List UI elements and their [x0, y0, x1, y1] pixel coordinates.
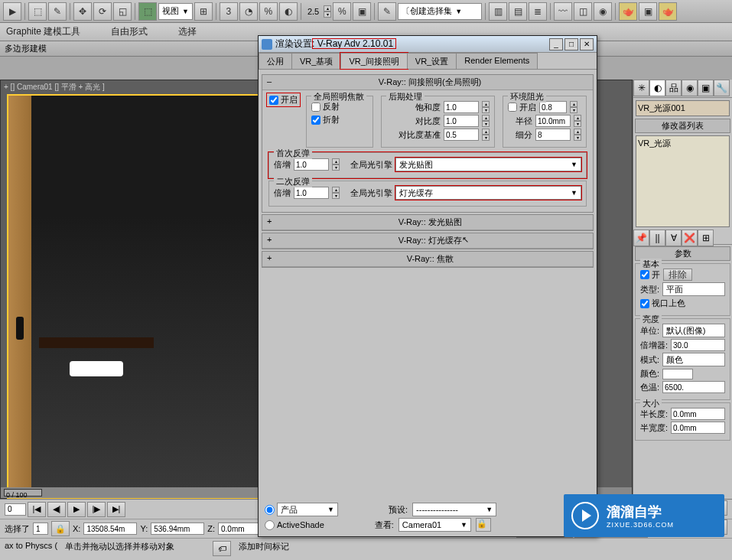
tab-common[interactable]: 公用 [259, 53, 292, 69]
secondary-mult-input[interactable] [294, 187, 329, 199]
caustics-rollout[interactable]: +V-Ray:: 焦散 [262, 251, 594, 268]
ribbon-selection[interactable]: 选择 [178, 25, 197, 38]
pin-icon[interactable]: 📌 [633, 230, 649, 246]
util-tab-icon[interactable]: 🔧 [714, 80, 730, 96]
rotate-icon[interactable]: ⟳ [93, 2, 112, 21]
secondary-engine-dropdown[interactable]: 灯光缓存▼ [395, 186, 581, 200]
angle-snap-icon[interactable]: ◔ [239, 2, 258, 21]
modifier-list-label[interactable]: 修改器列表 [635, 119, 730, 133]
unique-icon[interactable]: ∀ [665, 230, 682, 246]
tab-settings[interactable]: VR_设置 [407, 53, 457, 69]
play-icon[interactable]: ▶ [67, 502, 86, 517]
ao-on-checkbox[interactable]: 开启 [508, 102, 536, 113]
namedset-icon[interactable]: ✎ [378, 2, 396, 21]
contrast-input[interactable] [444, 115, 479, 127]
y-input[interactable] [151, 523, 204, 535]
poly-modeling-label[interactable]: 多边形建模 [5, 43, 47, 54]
irradiance-rollout[interactable]: +V-Ray:: 发光贴图 [262, 214, 594, 231]
maximize-button[interactable]: □ [564, 38, 578, 50]
reflect-checkbox[interactable]: 反射 [311, 101, 340, 112]
create-set-combo[interactable]: 〔创建选择集▼ [398, 3, 482, 20]
frame-input[interactable] [5, 503, 26, 516]
mirror-icon[interactable]: ▣ [353, 2, 371, 21]
show-end-icon[interactable]: || [649, 230, 665, 246]
schematic-icon[interactable]: ◫ [574, 2, 592, 21]
half-width-input[interactable] [671, 422, 725, 434]
timetag-icon[interactable]: 🏷 [213, 541, 231, 556]
timeline-thumb[interactable]: 0 / 100 [4, 489, 42, 497]
ribbon-modeling[interactable]: Graphite 建模工具 [6, 25, 80, 38]
primary-mult-input[interactable] [294, 158, 329, 171]
motion-tab-icon[interactable]: ◉ [682, 80, 698, 96]
close-button[interactable]: ✕ [580, 38, 594, 50]
prev-frame-icon[interactable]: ◀| [47, 502, 66, 517]
modifier-stack[interactable]: VR_光源 [636, 135, 730, 227]
curve-ed-icon[interactable]: 〰 [554, 2, 572, 21]
create-tab-icon[interactable]: ✳ [633, 80, 649, 96]
saturation-input[interactable] [444, 101, 479, 113]
x-input[interactable] [83, 523, 137, 535]
view-combo[interactable]: 视图▼ [158, 3, 193, 20]
primary-engine-dropdown[interactable]: 发光贴图▼ [395, 158, 581, 171]
next-frame-icon[interactable]: |▶ [87, 502, 106, 517]
goto-end-icon[interactable]: ▶| [107, 502, 125, 517]
ao-radius-input[interactable] [535, 115, 571, 127]
render-icon[interactable]: 🫖 [659, 2, 677, 21]
render-setup-icon[interactable]: 🫖 [619, 2, 637, 21]
ref-icon[interactable]: ⬚ [138, 2, 157, 21]
product-radio[interactable]: 产品▼ [265, 503, 338, 516]
multiplier-input[interactable] [671, 339, 725, 351]
preset-dropdown[interactable]: ---------------▼ [412, 503, 496, 516]
rendered-frame-icon[interactable]: ▣ [639, 2, 657, 21]
snap3-icon[interactable]: 3 [220, 2, 238, 21]
gi-rollout-header[interactable]: –V-Ray:: 间接照明(全局照明) [262, 75, 593, 90]
ao-subdivs-input[interactable] [535, 129, 571, 141]
layer-icon[interactable]: ≣ [529, 2, 547, 21]
align-icon[interactable]: ▤ [509, 2, 527, 21]
color-swatch[interactable] [662, 369, 693, 379]
object-name-field[interactable]: VR_光源001 [636, 100, 730, 116]
spinner-snap-icon[interactable]: ◐ [279, 2, 298, 21]
ribbon-freeform[interactable]: 自由形式 [111, 25, 148, 38]
move-icon[interactable]: ✥ [73, 2, 92, 21]
lightcache-rollout[interactable]: +V-Ray:: 灯光缓存↖ [262, 233, 594, 249]
paint-icon[interactable]: ✎ [48, 2, 67, 21]
unit-dropdown[interactable]: 默认(图像) [662, 324, 725, 337]
contrast-base-input[interactable] [444, 129, 479, 141]
lock-view-button[interactable]: 🔒 [476, 518, 491, 532]
pct-snap-icon[interactable]: % [259, 2, 278, 21]
scale-icon[interactable]: ◱ [113, 2, 132, 21]
type-dropdown[interactable]: 平面 [662, 282, 725, 296]
tab-vray[interactable]: VR_基项 [291, 53, 341, 69]
exclude-button[interactable]: 排除 [663, 269, 692, 281]
arrow-icon[interactable]: ▶ [3, 2, 21, 21]
lock-sel-icon[interactable]: 🔒 [51, 521, 70, 536]
viewport-canvas[interactable] [7, 94, 259, 500]
axis-icon[interactable]: ⊞ [194, 2, 213, 21]
mirror2-icon[interactable]: ▥ [489, 2, 507, 21]
mat-ed-icon[interactable]: ◉ [594, 2, 612, 21]
tab-indirect[interactable]: VR_间接照明 [340, 53, 407, 69]
on-checkbox[interactable]: 开 [640, 269, 660, 281]
refract-checkbox[interactable]: 折射 [311, 114, 340, 125]
mode-dropdown[interactable]: 颜色 [662, 353, 725, 366]
goto-start-icon[interactable]: |◀ [28, 502, 46, 517]
display-tab-icon[interactable]: ▣ [698, 80, 714, 96]
view-dropdown[interactable]: Camera01▼ [399, 518, 471, 532]
ao-amount-input[interactable] [539, 101, 567, 113]
modify-tab-icon[interactable]: ◐ [649, 80, 665, 96]
remove-mod-icon[interactable]: ❌ [682, 230, 698, 246]
temp-input[interactable] [662, 381, 725, 393]
minimize-button[interactable]: _ [549, 38, 563, 50]
hierarchy-tab-icon[interactable]: 品 [665, 80, 682, 96]
dialog-titlebar[interactable]: 渲染设置: V-Ray Adv 2.10.01 _ □ ✕ [259, 36, 597, 53]
activeshade-radio[interactable]: ActiveShade [265, 520, 324, 530]
configure-icon[interactable]: ⊞ [698, 230, 714, 246]
spinner[interactable]: ▴▾ [324, 5, 331, 18]
half-length-input[interactable] [671, 408, 725, 420]
percent-icon[interactable]: % [333, 2, 351, 21]
viewport-color-checkbox[interactable]: 视口上色 [640, 298, 685, 309]
tab-render-elements[interactable]: Render Elements [456, 53, 538, 69]
z-input[interactable] [218, 523, 264, 535]
gi-on-checkbox[interactable]: 开启 [267, 93, 300, 106]
